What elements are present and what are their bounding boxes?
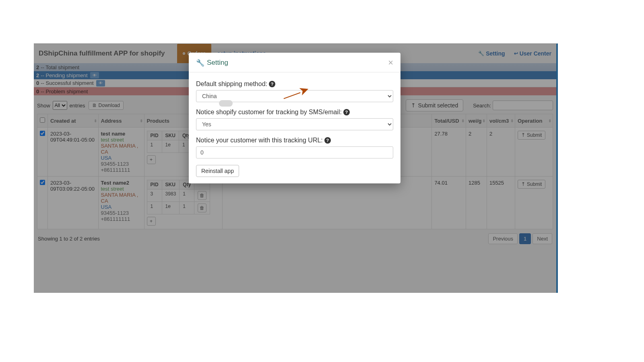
shipping-method-label: Default shipping method: xyxy=(196,80,267,88)
modal-title: Setting xyxy=(207,59,228,67)
tracking-url-label: Notice your customer with this tracking … xyxy=(196,137,323,144)
help-icon[interactable]: ? xyxy=(324,137,331,144)
notify-sms-select[interactable]: Yes xyxy=(196,118,393,130)
settings-modal: 🔧Setting × Default shipping method: ? Ch… xyxy=(189,53,400,183)
close-icon[interactable]: × xyxy=(388,58,393,67)
wrench-icon: 🔧 xyxy=(196,59,204,67)
reinstall-app-button[interactable]: Reinstall app xyxy=(196,165,239,177)
help-icon[interactable]: ? xyxy=(269,81,275,87)
redacted-smudge xyxy=(219,100,233,107)
notify-sms-label: Notice shopify customer for tracking by … xyxy=(196,109,342,116)
tracking-url-input[interactable] xyxy=(196,146,393,158)
help-icon[interactable]: ? xyxy=(343,109,350,115)
